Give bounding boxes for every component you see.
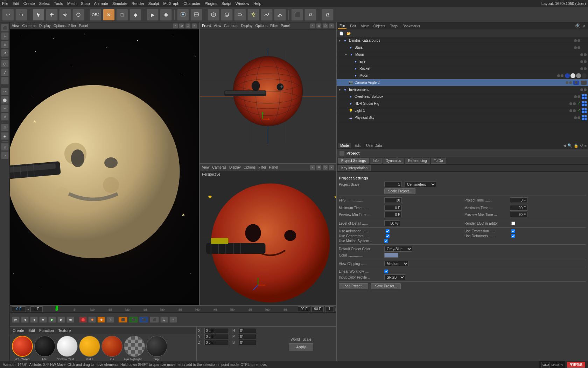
- front-icon-3[interactable]: ⬡: [323, 23, 328, 28]
- attr-refresh-icon[interactable]: ↺: [580, 143, 583, 148]
- obj-tab-edit[interactable]: Edit: [349, 23, 357, 29]
- menu-character[interactable]: Character: [183, 1, 200, 6]
- obj-item-environment[interactable]: ▼ ● Environment: [337, 86, 588, 93]
- menu-mograph[interactable]: MoGraph: [163, 1, 179, 6]
- obj-item-hdr[interactable]: ▶ ● HDR Studio Rig ✓: [337, 100, 588, 107]
- linear-workflow-checkbox[interactable]: [384, 270, 388, 273]
- front-icon-2[interactable]: ⊕: [316, 23, 321, 28]
- vp-filter[interactable]: Filter: [68, 24, 76, 28]
- attr-tab-todo[interactable]: To Do: [431, 158, 446, 164]
- project-scale-unit-select[interactable]: Centimeters Meters Inches Feet: [405, 182, 436, 187]
- deformer-tool[interactable]: [274, 9, 286, 21]
- lt-null[interactable]: ○: [1, 151, 9, 159]
- viewport-single[interactable]: ⬛: [291, 9, 303, 21]
- vp-icon-3[interactable]: ⬡: [186, 23, 190, 28]
- lt-magnet[interactable]: ⍟: [1, 113, 9, 121]
- mat-function[interactable]: Function: [39, 328, 54, 333]
- lt-arr[interactable]: ⊞: [1, 143, 9, 151]
- lt-move[interactable]: ✛: [1, 32, 9, 40]
- timeline-menu-btn[interactable]: ?: [106, 316, 114, 323]
- redo-button[interactable]: ↪: [15, 9, 27, 21]
- viewport-left-scene[interactable]: [10, 29, 199, 305]
- vp-persp-panel[interactable]: Panel: [269, 165, 278, 169]
- front-icon-4[interactable]: ×: [329, 23, 334, 28]
- menu-window[interactable]: Window: [236, 1, 249, 6]
- persp-icon-3[interactable]: ⬡: [323, 165, 328, 170]
- play-button[interactable]: ▶: [147, 9, 159, 21]
- obj-item-dimitris[interactable]: ▼ ● Dimitris Katsafouros: [337, 37, 588, 44]
- viewport-perspective[interactable]: View Cameras Display Options Filter Pane…: [200, 164, 336, 305]
- menu-sculpt[interactable]: Sculpt: [148, 1, 159, 6]
- fps-input[interactable]: [384, 197, 402, 203]
- select-tool[interactable]: [33, 9, 44, 21]
- material-item-orange[interactable]: iris: [102, 336, 122, 361]
- vp-view[interactable]: View: [12, 24, 20, 28]
- obj-tab-file[interactable]: File: [338, 23, 346, 29]
- attr-lock-icon[interactable]: 🔒: [574, 143, 579, 148]
- record-active-btn[interactable]: ⏺: [79, 316, 87, 323]
- tl-grey[interactable]: ⬛: [150, 316, 159, 323]
- x-input[interactable]: [204, 328, 229, 333]
- color-swatch[interactable]: [384, 253, 398, 258]
- vp-front-options[interactable]: Options: [255, 24, 267, 28]
- obj-tab-objects[interactable]: Objects: [372, 23, 387, 29]
- go-end-btn[interactable]: ⏭: [66, 316, 74, 323]
- preview-end-display[interactable]: 90 F: [312, 306, 324, 312]
- render-lod-checkbox[interactable]: [511, 222, 515, 225]
- vp-front-filter[interactable]: Filter: [270, 24, 278, 28]
- render-view[interactable]: [177, 9, 189, 21]
- max-time-input[interactable]: [510, 205, 527, 211]
- attr-search-icon[interactable]: 🔍: [567, 143, 572, 148]
- project-time-input[interactable]: [510, 197, 527, 203]
- use-motion-checkbox[interactable]: [384, 239, 388, 243]
- viewport-front[interactable]: Front View Cameras Display Options Filte…: [200, 22, 336, 164]
- render-settings[interactable]: [190, 9, 202, 21]
- menu-create[interactable]: Create: [23, 1, 35, 6]
- b-input[interactable]: [239, 340, 256, 345]
- lt-paint[interactable]: ⬤: [1, 96, 9, 104]
- tl-blue[interactable]: ⬛: [139, 316, 148, 323]
- lt-rotate[interactable]: ↺: [1, 49, 9, 57]
- persp-icon-2[interactable]: ⊕: [316, 165, 321, 170]
- mat-texture[interactable]: Texture: [58, 328, 71, 333]
- menu-help[interactable]: Help: [253, 1, 261, 6]
- use-expression-checkbox[interactable]: [511, 229, 515, 233]
- persp-icon-1[interactable]: +: [310, 165, 315, 170]
- vp-cameras[interactable]: Cameras: [22, 24, 37, 28]
- stop-btn[interactable]: ■: [39, 316, 47, 323]
- scale-project-button[interactable]: Scale Project...: [384, 188, 415, 194]
- mat-create[interactable]: Create: [13, 328, 24, 333]
- obj-item-camera[interactable]: ▶ 📷 Camera Angle 2 🎥: [337, 79, 588, 86]
- project-scale-input[interactable]: [384, 182, 402, 187]
- obj-item-stars[interactable]: ▶ ● Stars: [337, 44, 588, 51]
- z-input[interactable]: [204, 340, 229, 345]
- menu-simulate[interactable]: Simulate: [112, 1, 127, 6]
- menu-mesh[interactable]: Mesh: [67, 1, 77, 6]
- menu-render[interactable]: Render: [132, 1, 144, 6]
- lt-mirror[interactable]: ⊟: [1, 124, 9, 131]
- obj-item-softbox[interactable]: ▶ ● OverHead Softbox: [337, 93, 588, 100]
- p-input[interactable]: [239, 334, 256, 339]
- play-back-btn[interactable]: ◀: [30, 316, 38, 323]
- tl-orange[interactable]: ⬛: [118, 316, 127, 323]
- vp-panel[interactable]: Panel: [79, 24, 88, 28]
- obj-item-eye[interactable]: ▶ ● Eye: [337, 58, 588, 65]
- menu-plugins[interactable]: Plugins: [205, 1, 217, 6]
- vp-persp-display[interactable]: Display: [229, 165, 241, 169]
- move-tool[interactable]: [46, 9, 58, 21]
- persp-icon-4[interactable]: ×: [329, 165, 334, 170]
- frame-rate-display[interactable]: 1: [325, 306, 334, 312]
- current-frame-display[interactable]: 0 F: [12, 306, 26, 312]
- material-item-checker[interactable]: eye highlight (u: [124, 336, 145, 361]
- vp-icon-2[interactable]: ⊕: [179, 23, 184, 28]
- obj-tab-tags[interactable]: Tags: [389, 23, 399, 29]
- cube-primitive[interactable]: [208, 9, 219, 21]
- obj-new[interactable]: 📄: [338, 32, 344, 35]
- input-color-select[interactable]: SRGB Linear: [384, 274, 405, 280]
- vp-front-view[interactable]: View: [214, 24, 222, 28]
- mat-edit[interactable]: Edit: [28, 328, 35, 333]
- attr-tab-referencing[interactable]: Referencing: [405, 158, 430, 164]
- attr-tab-info[interactable]: Info: [370, 158, 382, 164]
- frame-step[interactable]: 1 F: [30, 306, 43, 312]
- material-item-red[interactable]: AS-05-red: [12, 336, 33, 361]
